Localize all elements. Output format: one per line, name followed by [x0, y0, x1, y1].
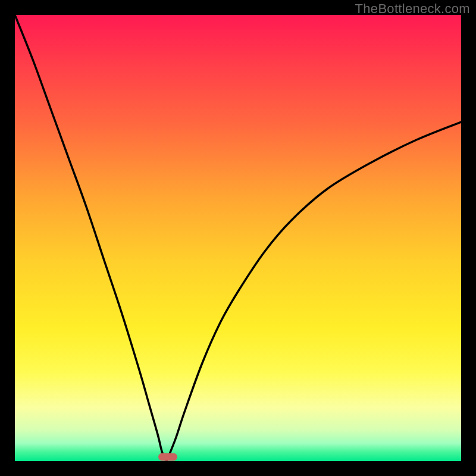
bottleneck-curve: [15, 15, 461, 461]
plot-area: [15, 15, 461, 461]
watermark-text: TheBottleneck.com: [355, 1, 470, 17]
chart-frame: TheBottleneck.com: [0, 0, 476, 476]
optimum-marker: [158, 453, 177, 461]
